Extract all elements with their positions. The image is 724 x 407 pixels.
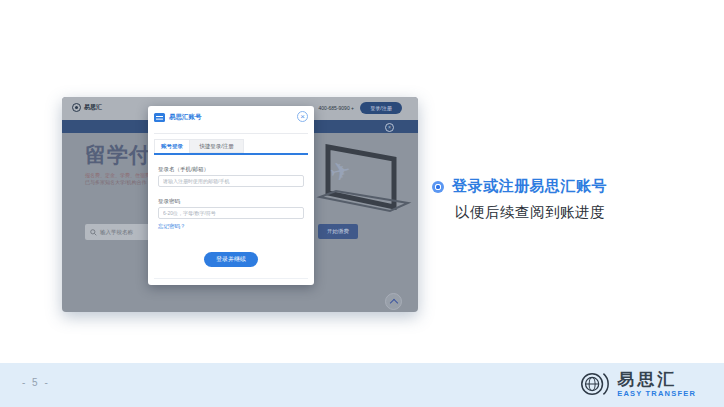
annotation-line2: 以便后续查阅到账进度 <box>455 203 605 222</box>
modal-close-icon[interactable]: × <box>297 111 308 122</box>
search-icon <box>90 229 97 236</box>
forgot-password-link[interactable]: 忘记密码？ <box>158 223 186 230</box>
site-logo-icon <box>72 103 81 112</box>
slide: 易思汇 400-685-9090 + 登录/注册 × 留学付 报名费、定金、学费… <box>0 0 724 407</box>
footer-brand-text: 易思汇 EASY TRANSFER <box>617 371 696 398</box>
password-label: 登录密码 <box>158 198 180 205</box>
footer-brand-en: EASY TRANSFER <box>617 390 696 398</box>
modal-header-divider <box>154 133 308 134</box>
hero-description-line2: 已与多家知名大学/机构合作 <box>85 179 146 185</box>
active-tab-underline <box>154 153 308 155</box>
login-name-label: 登录名（手机/邮箱） <box>158 166 209 173</box>
globe-icon <box>578 368 610 400</box>
modal-footer-divider <box>154 278 308 279</box>
login-name-input[interactable] <box>158 175 304 187</box>
nav-close-icon[interactable]: × <box>385 123 394 132</box>
search-placeholder: 输入学校名称 <box>100 229 133 236</box>
site-phone: 400-685-9090 + <box>319 105 354 111</box>
login-continue-button[interactable]: 登录并继续 <box>204 252 258 267</box>
site-logo[interactable]: 易思汇 <box>72 103 102 112</box>
hero-description-line1: 报名费、定金、学费、住宿费 <box>85 172 150 178</box>
footer-brand-cn: 易思汇 <box>617 371 696 388</box>
bullet-icon <box>432 181 444 193</box>
login-modal: 易思汇账号 × 账号登录 快捷登录/注册 登录名（手机/邮箱） 登录密码 忘记密… <box>148 106 314 285</box>
website-screenshot: 易思汇 400-685-9090 + 登录/注册 × 留学付 报名费、定金、学费… <box>62 97 418 312</box>
password-input[interactable] <box>158 207 304 219</box>
modal-logo-icon <box>154 113 165 122</box>
site-login-register-button[interactable]: 登录/注册 <box>360 102 402 114</box>
start-payment-button[interactable]: 开始缴费 <box>318 224 358 239</box>
site-logo-text: 易思汇 <box>84 103 102 112</box>
modal-title: 易思汇账号 <box>169 113 202 122</box>
annotation-line1: 登录或注册易思汇账号 <box>452 177 607 196</box>
footer-brand: 易思汇 EASY TRANSFER <box>578 368 696 400</box>
hero-title: 留学付 <box>85 141 151 169</box>
page-number: - 5 - <box>22 377 50 388</box>
modal-tabs: 账号登录 快捷登录/注册 <box>154 139 244 153</box>
tab-quick-login-register[interactable]: 快捷登录/注册 <box>190 139 244 153</box>
scroll-to-top-button[interactable] <box>385 293 402 310</box>
tab-account-login[interactable]: 账号登录 <box>154 139 190 153</box>
chevron-up-icon <box>390 299 398 307</box>
